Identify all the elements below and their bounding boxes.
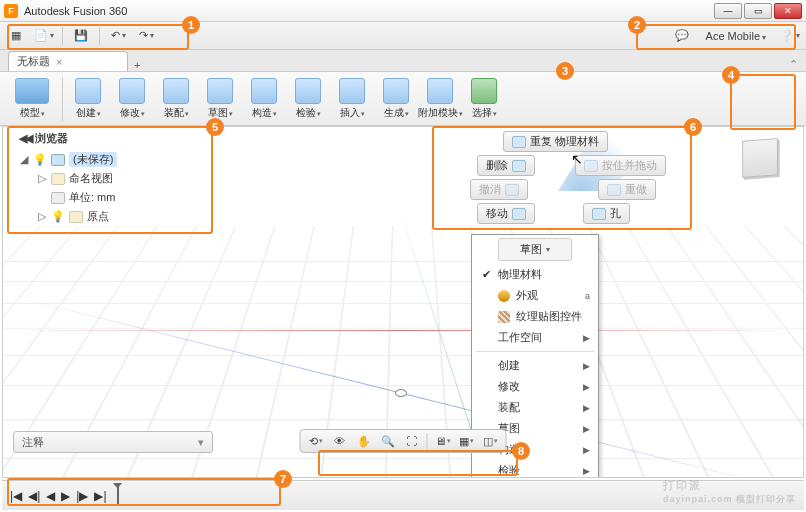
model-icon bbox=[15, 78, 49, 104]
ribbon-toolbar: 模型 创建 修改 装配 草图 构造 检验 插入 生成 附加模块 选择 bbox=[0, 72, 806, 126]
user-menu[interactable]: Ace Mobile bbox=[700, 30, 772, 42]
browser-title: 浏览器 bbox=[35, 131, 68, 146]
app-menu-icon[interactable]: ▦ bbox=[6, 26, 26, 46]
quick-access-toolbar: ▦ 📄 💾 ↶ ↷ 💬 Ace Mobile ❔ bbox=[0, 22, 806, 50]
workspace-switcher[interactable]: 模型 bbox=[6, 75, 58, 123]
menu-item-create[interactable]: 创建▶ bbox=[472, 355, 598, 376]
sphere-icon bbox=[498, 290, 510, 302]
browser-node-units[interactable]: ▷ 单位: mm bbox=[19, 188, 205, 207]
menu-item-physical-material[interactable]: ✔物理材料 bbox=[472, 264, 598, 285]
comments-bar[interactable]: 注释 ▾ bbox=[13, 431, 213, 453]
viewport[interactable]: ◀◀ 浏览器 ◢ 💡 (未保存) ▷ 命名视图 ▷ 单位: mm ▷ 💡 原点 bbox=[2, 126, 804, 478]
app-title: Autodesk Fusion 360 bbox=[24, 5, 714, 17]
collapse-ribbon-icon[interactable]: ⌃ bbox=[789, 58, 798, 71]
tab-close-icon[interactable]: × bbox=[56, 56, 62, 68]
orbit-icon[interactable]: ⟲ bbox=[307, 432, 325, 450]
drag-icon bbox=[584, 160, 598, 172]
close-window-button[interactable]: ✕ bbox=[774, 3, 802, 19]
pill-undo[interactable]: 撤消 bbox=[470, 179, 528, 200]
menu-item-workspace[interactable]: 工作空间▶ bbox=[472, 327, 598, 348]
timeline-fwd-icon[interactable]: |▶ bbox=[76, 489, 88, 503]
context-menu-header[interactable]: 草图 bbox=[498, 238, 572, 261]
menu-item-appearance[interactable]: 外观a bbox=[472, 285, 598, 306]
check-icon: ✔ bbox=[480, 268, 492, 281]
expand-icon[interactable]: ◢ bbox=[19, 153, 29, 166]
menu-item-inspect[interactable]: 检验▶ bbox=[472, 460, 598, 478]
ribbon-create[interactable]: 创建 bbox=[67, 75, 109, 123]
browser-panel: ◀◀ 浏览器 ◢ 💡 (未保存) ▷ 命名视图 ▷ 单位: mm ▷ 💡 原点 bbox=[13, 127, 211, 230]
new-tab-button[interactable]: + bbox=[134, 59, 140, 71]
pill-press-drag[interactable]: 按住并拖动 bbox=[575, 155, 666, 176]
display-settings-icon[interactable]: 🖥 bbox=[434, 432, 452, 450]
pill-hole[interactable]: 孔 bbox=[583, 203, 630, 224]
hole-icon bbox=[592, 208, 606, 220]
undo-icon[interactable]: ↶ bbox=[108, 26, 128, 46]
title-bar: F Autodesk Fusion 360 — ▭ ✕ bbox=[0, 0, 806, 22]
zoom-icon[interactable]: 🔍 bbox=[379, 432, 397, 450]
help-icon[interactable]: ❔ bbox=[780, 26, 800, 46]
texture-icon bbox=[498, 311, 510, 323]
pan-icon[interactable]: ✋ bbox=[355, 432, 373, 450]
ribbon-make[interactable]: 生成 bbox=[375, 75, 417, 123]
ribbon-inspect[interactable]: 检验 bbox=[287, 75, 329, 123]
timeline-marker[interactable] bbox=[117, 487, 119, 505]
folder-icon bbox=[51, 173, 65, 185]
view-cube[interactable] bbox=[735, 133, 785, 183]
ribbon-construct[interactable]: 构造 bbox=[243, 75, 285, 123]
navigation-bar: ⟲ 👁 ✋ 🔍 ⛶ 🖥 ▦ ◫ bbox=[300, 429, 507, 453]
ribbon-addins[interactable]: 附加模块 bbox=[419, 75, 461, 123]
pill-repeat[interactable]: 重复 物理材料 bbox=[503, 131, 608, 152]
timeline-back-icon[interactable]: ◀| bbox=[28, 489, 40, 503]
watermark: 打印派 dayinpai.com 模型打印分享 bbox=[663, 475, 796, 506]
grid-settings-icon[interactable]: ▦ bbox=[458, 432, 476, 450]
timeline-end-icon[interactable]: ▶| bbox=[94, 489, 106, 503]
repeat-icon bbox=[512, 136, 526, 148]
browser-node-views[interactable]: ▷ 命名视图 bbox=[19, 169, 205, 188]
tab-title: 无标题 bbox=[17, 54, 50, 69]
browser-node-origin[interactable]: ▷ 💡 原点 bbox=[19, 207, 205, 226]
browser-root[interactable]: ◢ 💡 (未保存) bbox=[19, 150, 205, 169]
comments-label: 注释 bbox=[22, 435, 44, 450]
expand-icon[interactable]: ▾ bbox=[198, 436, 204, 449]
chat-icon[interactable]: 💬 bbox=[672, 26, 692, 46]
redo-small-icon bbox=[607, 184, 621, 196]
folder-icon bbox=[69, 211, 83, 223]
undo-small-icon bbox=[505, 184, 519, 196]
app-icon: F bbox=[4, 4, 18, 18]
pill-move[interactable]: 移动 bbox=[477, 203, 535, 224]
ribbon-assemble[interactable]: 装配 bbox=[155, 75, 197, 123]
document-tab-row: 无标题 × + ⌃ bbox=[0, 50, 806, 72]
redo-icon[interactable]: ↷ bbox=[136, 26, 156, 46]
minimize-button[interactable]: — bbox=[714, 3, 742, 19]
pill-delete[interactable]: 删除 bbox=[477, 155, 535, 176]
move-icon bbox=[512, 208, 526, 220]
delete-icon bbox=[512, 160, 526, 172]
menu-item-modify[interactable]: 修改▶ bbox=[472, 376, 598, 397]
timeline-play-back-icon[interactable]: ◀ bbox=[46, 489, 55, 503]
menu-item-texture-map[interactable]: 纹理贴图控件 bbox=[472, 306, 598, 327]
viewport-layout-icon[interactable]: ◫ bbox=[482, 432, 500, 450]
bulb-icon[interactable]: 💡 bbox=[33, 153, 47, 166]
expand-icon[interactable]: ▷ bbox=[37, 172, 47, 185]
menu-item-assemble[interactable]: 装配▶ bbox=[472, 397, 598, 418]
ribbon-select[interactable]: 选择 bbox=[463, 75, 505, 123]
expand-icon[interactable]: ▷ bbox=[37, 210, 47, 223]
look-icon[interactable]: 👁 bbox=[331, 432, 349, 450]
timeline-start-icon[interactable]: |◀ bbox=[10, 489, 22, 503]
ribbon-modify[interactable]: 修改 bbox=[111, 75, 153, 123]
ribbon-sketch[interactable]: 草图 bbox=[199, 75, 241, 123]
maximize-button[interactable]: ▭ bbox=[744, 3, 772, 19]
browser-collapse-icon[interactable]: ◀◀ bbox=[19, 132, 31, 145]
timeline-play-icon[interactable]: ▶ bbox=[61, 489, 70, 503]
bulb-icon[interactable]: 💡 bbox=[51, 210, 65, 223]
file-menu-icon[interactable]: 📄 bbox=[34, 26, 54, 46]
component-icon bbox=[51, 154, 65, 166]
save-icon[interactable]: 💾 bbox=[71, 26, 91, 46]
fit-icon[interactable]: ⛶ bbox=[403, 432, 421, 450]
pill-redo[interactable]: 重做 bbox=[598, 179, 656, 200]
document-tab[interactable]: 无标题 × bbox=[8, 51, 128, 71]
ruler-icon bbox=[51, 192, 65, 204]
origin-marker bbox=[395, 389, 407, 397]
ribbon-insert[interactable]: 插入 bbox=[331, 75, 373, 123]
axis-x bbox=[3, 330, 803, 331]
